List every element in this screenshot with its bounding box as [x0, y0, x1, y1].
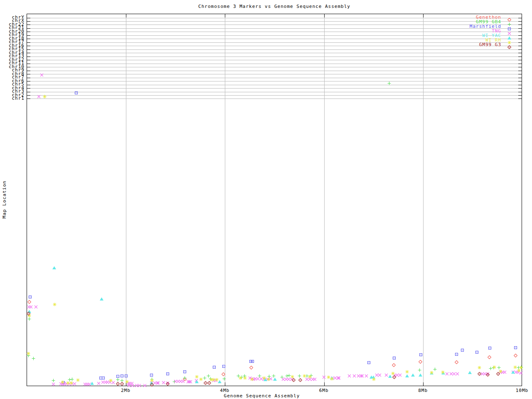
data-point-tng: [143, 384, 147, 387]
data-point-tng: [511, 370, 515, 374]
gm99-g3-marker-icon: [507, 43, 511, 47]
data-point-wi-rh: [76, 378, 80, 382]
data-point-gm99-g3: [116, 382, 120, 386]
y-axis-tick: [518, 78, 522, 78]
x-axis-tick: [126, 14, 126, 17]
y-axis-tick: [27, 60, 30, 60]
data-point-tng: [131, 384, 134, 387]
y-axis-tick: [518, 49, 522, 50]
data-point-tng: [212, 379, 216, 382]
data-point-marshfield: [251, 360, 254, 363]
data-point-wi-rh: [239, 376, 242, 380]
wi-yac-marker-icon: [507, 34, 511, 37]
y-axis-tick: [27, 95, 30, 96]
data-point-wi-rh: [372, 377, 376, 381]
x-axis-tick: [225, 14, 225, 17]
data-point-tng: [287, 377, 291, 381]
data-point-gm99-gb4: [116, 378, 120, 382]
data-point-gm99-gb4: [267, 374, 271, 378]
data-point-gm99-gb4: [120, 379, 124, 382]
y-axis-tick: [518, 25, 522, 25]
y-axis-tick: [518, 46, 522, 46]
data-point-wi-rh: [441, 370, 445, 374]
data-point-tng: [331, 376, 335, 380]
data-point-gm99-gb4: [70, 377, 74, 381]
data-point-wi-rh: [209, 378, 213, 382]
data-point-gm99-g3: [392, 375, 396, 379]
data-point-genethon: [455, 360, 458, 364]
data-point-gm99-gb4: [309, 374, 313, 377]
data-point-tng: [155, 381, 159, 385]
data-point-gm99-gb4: [520, 365, 523, 369]
data-point-wi-rh: [215, 378, 219, 382]
data-point-tng: [252, 377, 256, 381]
data-point-wi-rh: [69, 381, 73, 385]
data-point-tng: [73, 382, 76, 386]
data-point-tng: [503, 370, 507, 374]
chr-gridline: [27, 46, 522, 46]
y-axis-label: Map Location: [2, 180, 7, 218]
chr-gridline: [27, 21, 522, 22]
data-point-wi-rh: [262, 376, 266, 380]
data-point-wi-yac: [511, 370, 515, 374]
chr-gridline: [27, 88, 522, 89]
y-axis-tick: [518, 57, 522, 57]
data-point-tng: [452, 372, 456, 376]
data-point-wi-rh: [66, 381, 70, 385]
data-point-tng: [70, 382, 74, 386]
chr-gridline: [27, 78, 522, 78]
chr-gridline: [27, 60, 522, 60]
data-point-tng: [181, 379, 185, 383]
data-point-tng: [357, 374, 360, 378]
data-point-tng: [61, 382, 64, 386]
y-axis-tick: [27, 81, 30, 81]
data-point-tng: [153, 381, 157, 385]
data-point-tng: [40, 73, 44, 77]
data-point-marshfield: [62, 381, 65, 384]
data-point-gm99-g3: [204, 381, 207, 385]
data-point-wi-yac: [468, 371, 472, 374]
data-point-gm99-gb4: [298, 374, 301, 378]
y-axis-tick: [27, 92, 30, 92]
legend-item-gm99-g3: GM99 G3: [470, 42, 511, 47]
data-point-wi-rh: [493, 365, 496, 369]
data-point-wi-rh: [499, 369, 502, 373]
data-point-tng: [378, 373, 382, 377]
y-axis-tick: [27, 78, 30, 78]
data-point-tng: [486, 372, 490, 376]
data-point-tng: [187, 380, 191, 384]
data-point-tng: [101, 380, 105, 384]
data-point-tng: [365, 374, 368, 378]
y-axis-tick: [27, 39, 30, 39]
data-point-wi-yac: [195, 380, 199, 384]
data-point-tng: [514, 370, 518, 374]
y-axis-tick: [27, 18, 30, 18]
data-point-marshfield: [461, 348, 464, 352]
y-axis-tick: [27, 49, 30, 50]
data-point-wi-rh: [291, 375, 294, 379]
y-axis-tick: [518, 18, 522, 18]
data-point-wi-yac: [369, 375, 373, 379]
y-axis-tick: [27, 74, 30, 74]
data-point-marshfield: [99, 376, 103, 380]
y-axis-tick: [518, 85, 522, 85]
x-axis-tick: [423, 14, 424, 17]
data-point-gm99-gb4: [236, 374, 240, 378]
data-point-gm99-gb4: [258, 374, 261, 378]
x-tick-label: 8Mb: [418, 388, 428, 393]
data-point-tng: [52, 382, 55, 386]
data-point-gm99-gb4: [492, 366, 495, 369]
data-point-tng: [103, 380, 107, 384]
x-axis-tick: [324, 14, 325, 17]
data-point-tng: [398, 373, 402, 377]
y-axis-tick: [518, 81, 522, 81]
y-axis-tick: [27, 35, 30, 36]
y-axis-tick: [518, 32, 522, 32]
x-axis-tick: [126, 382, 126, 386]
data-point-tng: [262, 377, 266, 381]
chr-gridline: [27, 18, 522, 18]
chr-gridline: [27, 32, 522, 32]
data-point-genethon: [488, 355, 491, 359]
data-point-gm99-gb4: [497, 366, 501, 369]
data-point-marshfield: [116, 374, 120, 378]
